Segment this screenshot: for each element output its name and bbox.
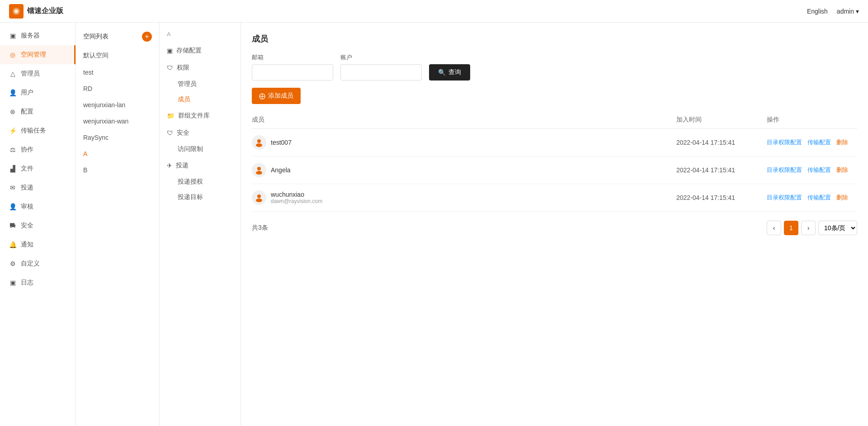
sidebar-item-push[interactable]: ✉ 投递 <box>0 178 75 197</box>
dir-perm-link-test007[interactable]: 目录权限配置 <box>767 138 802 147</box>
account-input[interactable] <box>340 64 422 80</box>
sidebar-item-user-label: 用户 <box>21 89 33 97</box>
sidebar-item-admin-label: 管理员 <box>21 70 40 78</box>
search-icon: 🔍 <box>438 69 446 76</box>
table-row: Angela 2022-04-14 17:15:41 目录权限配置 传输配置 删… <box>252 156 857 184</box>
space-sidebar: 空间列表 + 默认空间 test RD wenjunxian-lan wenju… <box>76 23 160 426</box>
dir-perm-link-angela[interactable]: 目录权限配置 <box>767 166 802 174</box>
language-selector[interactable]: English <box>807 8 828 15</box>
space-item-raysync[interactable]: RaySync <box>76 129 159 146</box>
space-item-wenjunxian-lan[interactable]: wenjunxian-lan <box>76 97 159 113</box>
nav-section-label: A <box>160 26 241 42</box>
add-icon: ⨁ <box>259 92 265 99</box>
user-menu[interactable]: admin ▾ <box>837 8 859 15</box>
chevron-down-icon: ▾ <box>856 8 859 15</box>
sidebar-item-security[interactable]: ⛟ 安全 <box>0 216 75 235</box>
nav-push-auth[interactable]: 投递授权 <box>160 174 241 189</box>
notify-icon: 🔔 <box>9 241 16 248</box>
nav-push-icon: ✈ <box>167 162 172 169</box>
nav-permission[interactable]: 🛡 权限 <box>160 59 241 76</box>
sidebar-item-security-label: 安全 <box>21 222 33 230</box>
nav-security[interactable]: 🛡 安全 <box>160 124 241 142</box>
nav-security-label: 安全 <box>177 129 189 137</box>
action-cell-test007: 目录权限配置 传输配置 删除 <box>767 138 857 147</box>
layout: ▣ 服务器 ◎ 空间管理 △ 管理员 👤 用户 ⊛ 配置 ⚡ 传输任务 ⚖ 协作… <box>0 23 868 426</box>
sidebar-item-audit[interactable]: 👤 审核 <box>0 197 75 216</box>
admin-icon: △ <box>9 70 16 77</box>
logo-text: 镭速企业版 <box>27 6 63 16</box>
nav-push-target[interactable]: 投递目标 <box>160 189 241 205</box>
page-title: 成员 <box>252 33 857 44</box>
sidebar-item-config-label: 配置 <box>21 108 33 116</box>
dir-perm-link-wuchunxiao[interactable]: 目录权限配置 <box>767 194 802 202</box>
delete-link-angela[interactable]: 删除 <box>836 166 848 174</box>
sidebar-item-collab-label: 协作 <box>21 146 33 154</box>
nav-group-files[interactable]: 📁 群组文件库 <box>160 107 241 124</box>
nav-admin-sub[interactable]: 管理员 <box>160 76 241 92</box>
audit-icon: 👤 <box>9 203 16 210</box>
delete-link-wuchunxiao[interactable]: 删除 <box>836 194 848 202</box>
sidebar-item-admin[interactable]: △ 管理员 <box>0 64 75 83</box>
security-icon: ⛟ <box>9 222 16 229</box>
sidebar-item-space[interactable]: ◎ 空间管理 <box>0 45 75 64</box>
member-cell-angela: Angela <box>252 163 676 177</box>
transfer-config-link-test007[interactable]: 传输配置 <box>807 138 831 147</box>
sidebar-item-server[interactable]: ▣ 服务器 <box>0 26 75 45</box>
page-size-select[interactable]: 10条/页 20条/页 50条/页 <box>818 221 857 235</box>
add-space-button[interactable]: + <box>142 32 152 42</box>
sidebar-item-log[interactable]: ▣ 日志 <box>0 273 75 292</box>
sidebar-item-file[interactable]: ▟ 文件 <box>0 159 75 178</box>
page-1-button[interactable]: 1 <box>784 221 798 235</box>
nav-storage[interactable]: ▣ 存储配置 <box>160 42 241 59</box>
space-item-default[interactable]: 默认空间 <box>76 47 159 64</box>
sidebar-item-transfer[interactable]: ⚡ 传输任务 <box>0 121 75 140</box>
delete-link-test007[interactable]: 删除 <box>836 138 848 147</box>
nav-push-label: 投递 <box>176 161 189 170</box>
transfer-config-link-angela[interactable]: 传输配置 <box>807 166 831 174</box>
email-label: 邮箱 <box>252 53 333 62</box>
svg-point-4 <box>257 139 261 143</box>
nav-access-control[interactable]: 访问限制 <box>160 142 241 157</box>
search-row: 邮箱 账户 🔍 查询 <box>252 53 857 80</box>
logo: 镭速企业版 <box>9 4 63 19</box>
join-time-test007: 2022-04-14 17:15:41 <box>676 139 767 146</box>
sidebar-item-config[interactable]: ⊛ 配置 <box>0 102 75 121</box>
transfer-config-link-wuchunxiao[interactable]: 传输配置 <box>807 194 831 202</box>
sidebar-item-push-label: 投递 <box>21 184 33 192</box>
nav-push[interactable]: ✈ 投递 <box>160 157 241 174</box>
collab-icon: ⚖ <box>9 146 16 153</box>
nav-member-sub[interactable]: 成员 <box>160 92 241 107</box>
join-time-angela: 2022-04-14 17:15:41 <box>676 166 767 174</box>
action-cell-wuchunxiao: 目录权限配置 传输配置 删除 <box>767 194 857 202</box>
table-row: test007 2022-04-14 17:15:41 目录权限配置 传输配置 … <box>252 129 857 156</box>
space-item-rd[interactable]: RD <box>76 80 159 97</box>
table-header: 成员 加入时间 操作 <box>252 111 857 129</box>
col-member: 成员 <box>252 116 676 124</box>
email-input[interactable] <box>252 64 333 80</box>
add-member-button[interactable]: ⨁ 添加成员 <box>252 88 301 104</box>
storage-icon: ▣ <box>167 47 173 54</box>
space-item-wenjunxian-wan[interactable]: wenjunxian-wan <box>76 113 159 129</box>
avatar-test007 <box>252 135 266 150</box>
space-item-a[interactable]: A <box>76 146 159 162</box>
config-icon: ⊛ <box>9 108 16 115</box>
action-cell-angela: 目录权限配置 传输配置 删除 <box>767 166 857 174</box>
group-files-icon: 📁 <box>167 112 175 119</box>
sidebar-item-collab[interactable]: ⚖ 协作 <box>0 140 75 159</box>
prev-page-button[interactable]: ‹ <box>767 221 781 235</box>
avatar-angela <box>252 163 266 177</box>
search-btn-label: 查询 <box>448 68 461 76</box>
pagination: ‹ 1 › 10条/页 20条/页 50条/页 <box>767 221 857 235</box>
space-item-test[interactable]: test <box>76 64 159 80</box>
topbar: 镭速企业版 English admin ▾ <box>0 0 868 23</box>
next-page-button[interactable]: › <box>801 221 816 235</box>
sidebar-item-notify[interactable]: 🔔 通知 <box>0 235 75 254</box>
space-item-b[interactable]: B <box>76 162 159 178</box>
sidebar-item-custom[interactable]: ⚙ 自定义 <box>0 254 75 273</box>
add-member-btn-label: 添加成员 <box>268 92 293 100</box>
member-info-wuchunxiao: wuchunxiao dawn@rayvision.com <box>271 191 322 204</box>
search-button[interactable]: 🔍 查询 <box>429 64 470 80</box>
sidebar-item-user[interactable]: 👤 用户 <box>0 83 75 102</box>
total-count: 共3条 <box>252 224 268 232</box>
join-time-wuchunxiao: 2022-04-14 17:15:41 <box>676 194 767 201</box>
